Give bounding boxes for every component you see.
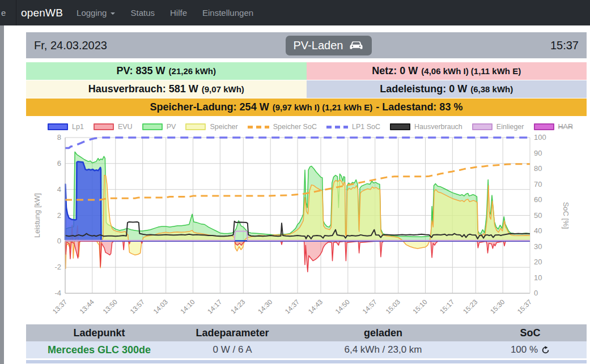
legend-item-hausverbrauch[interactable]: Hausverbrauch (390, 123, 462, 131)
car-icon (349, 41, 364, 50)
svg-text:14:50: 14:50 (334, 298, 351, 315)
svg-text:13:37: 13:37 (51, 298, 69, 315)
svg-text:15:37: 15:37 (516, 298, 533, 315)
svg-text:20: 20 (534, 258, 542, 266)
chart-canvas: 13:3713:4413:5013:5714:0314:1014:1714:23… (26, 134, 587, 319)
nav-menu: Logging Status Hilfe Einstellungen (77, 8, 253, 18)
charge-mode-label: PV-Laden (294, 39, 343, 52)
svg-text:13:50: 13:50 (101, 298, 119, 315)
table-header-row: Ladepunkt Ladeparameter geladen SoC (26, 324, 587, 341)
legend-swatch (94, 123, 114, 130)
svg-text:14:30: 14:30 (256, 298, 274, 315)
charge-mode-button[interactable]: PV-Laden (286, 36, 372, 55)
svg-text:80: 80 (534, 164, 542, 173)
svg-text:13:57: 13:57 (129, 298, 146, 315)
speicher-row: Speicher-Ladung: 254 W (9,97 kWh I) (1,2… (26, 99, 587, 116)
legend-item-lp1-soc[interactable]: LP1 SoC (326, 123, 380, 131)
svg-text:4: 4 (57, 185, 61, 194)
svg-text:6: 6 (57, 159, 61, 168)
legend-swatch (534, 123, 554, 130)
legend-item-pv[interactable]: PV (142, 123, 176, 131)
svg-text:2: 2 (57, 211, 61, 220)
legend-swatch (142, 123, 163, 130)
netz-row: Netz: 0 W (4,06 kWh I) (1,11 kWh E) (307, 62, 587, 80)
svg-text:14:37: 14:37 (283, 298, 301, 315)
nav-item-einstellungen[interactable]: Einstellungen (202, 8, 253, 18)
svg-text:14:17: 14:17 (206, 298, 223, 315)
svg-text:8: 8 (57, 134, 61, 142)
svg-text:15:03: 15:03 (384, 298, 402, 315)
chargepoint-table: Ladepunkt Ladeparameter geladen SoC Merc… (26, 324, 587, 358)
legend-item-har[interactable]: HAR (534, 123, 573, 131)
legend-item-einlieger[interactable]: Einlieger (472, 123, 524, 131)
svg-text:90: 90 (534, 149, 542, 157)
svg-text:15:10: 15:10 (411, 298, 428, 315)
svg-text:50: 50 (534, 211, 542, 220)
svg-text:15:30: 15:30 (489, 298, 506, 315)
haus-row: Hausverbrauch: 581 W (9,07 kWh) (26, 80, 307, 98)
next-section-edge (26, 360, 587, 363)
svg-text:100: 100 (534, 134, 546, 142)
main-content: Fr, 24.03.2023 PV-Laden 15:37 PV: 835 W … (26, 32, 587, 363)
table-row: Mercedes GLC 300de 0 W / 6 A 6,4 kWh / 2… (26, 341, 587, 358)
pv-row: PV: 835 W (21,26 kWh) (26, 62, 307, 80)
svg-text:70: 70 (534, 180, 542, 189)
header-soc: SoC (474, 327, 587, 339)
svg-text:0: 0 (57, 237, 61, 245)
svg-text:60: 60 (534, 195, 542, 204)
legend-item-speicher[interactable]: Speicher (185, 123, 237, 131)
vehicle-name[interactable]: Mercedes GLC 300de (26, 344, 172, 356)
chart-legend: Lp1EVUPVSpeicherSpeicher SoCLP1 SoCHausv… (26, 119, 587, 134)
chevron-down-icon (111, 12, 115, 15)
power-soc-chart: Lp1EVUPVSpeicherSpeicher SoCLP1 SoCHausv… (26, 119, 587, 321)
svg-text:-2: -2 (54, 263, 61, 271)
legend-swatch (472, 123, 493, 130)
current-date: Fr, 24.03.2023 (34, 39, 107, 52)
svg-text:15:23: 15:23 (461, 298, 479, 315)
svg-text:10: 10 (534, 273, 542, 282)
legend-swatch (248, 126, 269, 129)
charged-amount: 6,4 kWh / 23,0 km (292, 344, 474, 356)
date-mode-bar: Fr, 24.03.2023 PV-Laden 15:37 (26, 32, 587, 58)
charge-parameters: 0 W / 6 A (172, 344, 292, 356)
nav-item-status[interactable]: Status (130, 8, 155, 18)
legend-item-speicher-soc[interactable]: Speicher SoC (248, 123, 317, 131)
svg-text:0: 0 (534, 289, 538, 297)
current-time: 15:37 (550, 39, 579, 52)
svg-text:13:44: 13:44 (78, 298, 96, 315)
header-ladeparameter: Ladeparameter (172, 327, 292, 339)
legend-swatch (48, 123, 68, 130)
legend-item-lp1[interactable]: Lp1 (48, 123, 84, 131)
app-brand[interactable]: openWB (21, 7, 63, 19)
svg-text:14:23: 14:23 (229, 298, 247, 315)
legend-swatch (185, 123, 206, 130)
vehicle-soc: 100 % (474, 344, 587, 356)
nav-item-hilfe[interactable]: Hilfe (170, 8, 187, 18)
svg-text:14:03: 14:03 (152, 298, 169, 315)
svg-text:Leistung [kW]: Leistung [kW] (33, 193, 41, 238)
svg-text:14:57: 14:57 (361, 298, 379, 315)
header-ladepunkt: Ladepunkt (26, 327, 172, 339)
background-window-text: e (1, 0, 16, 25)
header-geladen: geladen (292, 327, 474, 339)
svg-text:SoC [%]: SoC [%] (562, 202, 570, 229)
svg-text:14:43: 14:43 (307, 298, 324, 315)
svg-text:14:10: 14:10 (179, 298, 196, 315)
status-rows: PV: 835 W (21,26 kWh) Netz: 0 W (4,06 kW… (26, 62, 587, 98)
lade-row: Ladeleistung: 0 W (6,38 kWh) (307, 80, 587, 98)
window-edge-strip (0, 25, 4, 364)
svg-text:40: 40 (534, 226, 542, 235)
soc-refresh-icon[interactable] (541, 346, 550, 354)
svg-text:30: 30 (534, 242, 542, 251)
svg-text:-4: -4 (54, 289, 61, 297)
legend-swatch (390, 123, 410, 130)
svg-text:15:17: 15:17 (438, 298, 456, 315)
legend-swatch (326, 126, 348, 129)
top-navbar: e openWB Logging Status Hilfe Einstellun… (0, 0, 590, 25)
legend-item-evu[interactable]: EVU (94, 123, 133, 131)
nav-item-logging[interactable]: Logging (77, 8, 115, 18)
